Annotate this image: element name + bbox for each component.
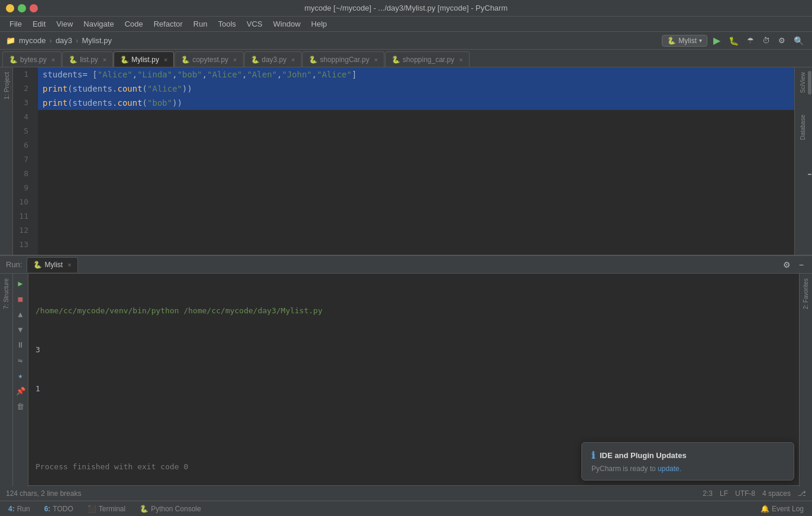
git-icon[interactable]: ⎇ (798, 489, 806, 498)
run-config-selector[interactable]: 🐍 Mylist ▾ (662, 35, 707, 47)
run-tab-close-icon[interactable]: × (67, 261, 71, 268)
tab-bytes-py[interactable]: 🐍 bytes.py × (2, 51, 62, 67)
code-line-11 (38, 209, 794, 223)
profile-button[interactable]: ⏱ (760, 35, 772, 46)
status-charset[interactable]: UTF-8 (735, 489, 755, 498)
status-right: 2:3 LF UTF-8 4 spaces ⎇ (703, 489, 806, 498)
tab-list-py[interactable]: 🐍 list.py × (62, 51, 113, 67)
python-icon: 🐍 (9, 56, 18, 64)
bottom-tab-todo[interactable]: 6: TODO (38, 504, 79, 514)
search-everywhere-button[interactable]: 🔍 (791, 35, 806, 47)
status-chars[interactable]: 124 chars, 2 line breaks (6, 489, 81, 498)
maximize-button[interactable] (18, 4, 26, 12)
menu-run[interactable]: Run (189, 18, 212, 30)
menu-refactor[interactable]: Refactor (149, 18, 187, 30)
line-num-11: 11 (13, 209, 33, 223)
line-num-5: 5 (13, 124, 33, 138)
code-line-6 (38, 138, 794, 152)
tab-close-icon[interactable]: × (51, 56, 55, 63)
tab-shopping-car-py[interactable]: 🐍 shopping_car.py × (385, 51, 470, 67)
run-with-coverage-button[interactable]: ☂ (745, 35, 756, 46)
run-minimize-button[interactable]: − (797, 259, 806, 271)
code-line-13 (38, 238, 794, 252)
toolbar-right: 🐍 Mylist ▾ ▶ 🐛 ☂ ⏱ ⚙ 🔍 (662, 34, 806, 47)
scrollbar-thumb[interactable] (808, 71, 811, 95)
breadcrumb: 📁 mycode › day3 › Mylist.py (6, 36, 112, 45)
menu-navigate[interactable]: Navigate (79, 18, 118, 30)
breadcrumb-folder[interactable]: day3 (56, 36, 72, 45)
bottom-tab-python-console[interactable]: 🐍 Python Console (134, 504, 207, 514)
database-label[interactable]: Database (800, 115, 806, 140)
run-button[interactable]: ▶ (711, 34, 723, 47)
sciview-label[interactable]: SciView (800, 72, 806, 93)
menu-bar: File Edit View Navigate Code Refactor Ru… (0, 17, 812, 32)
tab-mylist-py[interactable]: 🐍 Mylist.py × (114, 51, 174, 67)
update-link[interactable]: update. (658, 465, 681, 473)
code-editor[interactable]: students = ["Alice","Linda","bob","Alice… (38, 67, 794, 255)
notification: ℹ IDE and Plugin Updates PyCharm is read… (581, 442, 794, 481)
menu-vcs[interactable]: VCS (242, 18, 267, 30)
run-tab-mylist[interactable]: 🐍 Mylist × (27, 257, 77, 272)
code-line-7 (38, 152, 794, 167)
pause-button[interactable]: ⏸ (15, 339, 27, 351)
python-icon: 🐍 (251, 56, 260, 64)
status-line-ending[interactable]: LF (720, 489, 728, 498)
line-num-10: 10 (13, 195, 33, 209)
menu-window[interactable]: Window (268, 18, 305, 30)
settings-button[interactable]: ⚙ (776, 35, 788, 46)
bottom-tab-run[interactable]: 4: Run (2, 504, 36, 514)
tab-close-icon[interactable]: × (164, 56, 167, 63)
menu-code[interactable]: Code (120, 18, 148, 30)
pin-button[interactable]: 📌 (15, 385, 27, 397)
run-header-right: ⚙ − (781, 259, 806, 271)
breadcrumb-file[interactable]: Mylist.py (82, 36, 112, 45)
output-blank (35, 421, 792, 434)
line-num-13: 13 (13, 238, 33, 252)
tab-close-icon[interactable]: × (374, 56, 377, 63)
close-button[interactable] (30, 4, 38, 12)
event-log-label: Event Log (772, 505, 804, 513)
tab-shoppingcar-py[interactable]: 🐍 shoppingCar.py × (302, 51, 384, 67)
run-stop-button[interactable]: ■ (15, 293, 27, 304)
scroll-up-button[interactable]: ▲ (15, 308, 27, 320)
tab-close-icon[interactable]: × (233, 56, 237, 63)
tab-close-icon[interactable]: × (459, 56, 462, 63)
menu-file[interactable]: File (5, 18, 27, 30)
todo-tab-label: TODO (53, 505, 73, 513)
run-settings-button[interactable]: ⚙ (781, 259, 793, 271)
notification-body: PyCharm is ready to update. (591, 465, 784, 473)
menu-tools[interactable]: Tools (213, 18, 241, 30)
favorites-button[interactable]: ★ (15, 369, 27, 381)
code-line-10 (38, 195, 794, 209)
scroll-down-button[interactable]: ▼ (15, 323, 27, 335)
project-panel-label[interactable]: 1: Project (3, 72, 10, 99)
menu-help[interactable]: Help (306, 18, 332, 30)
python-yellow-icon: 🐍 (120, 56, 129, 64)
tab-copytest-py[interactable]: 🐍 copytest.py × (174, 51, 243, 67)
status-position[interactable]: 2:3 (703, 489, 713, 498)
menu-view[interactable]: View (51, 18, 77, 30)
status-indent[interactable]: 4 spaces (762, 489, 791, 498)
debug-button[interactable]: 🐛 (726, 35, 741, 47)
scrollbar-track[interactable] (807, 67, 812, 255)
tab-close-icon[interactable]: × (103, 56, 106, 63)
event-log-button[interactable]: 🔔 Event Log (755, 504, 810, 514)
minimize-button[interactable] (6, 4, 14, 12)
soft-wrap-button[interactable]: ⇋ (15, 354, 27, 366)
right-panel: SciView Database (794, 67, 812, 255)
code-line-1: students = ["Alice","Linda","bob","Alice… (38, 67, 794, 82)
menu-edit[interactable]: Edit (28, 18, 50, 30)
file-tabs: 🐍 bytes.py × 🐍 list.py × 🐍 Mylist.py × 🐍… (0, 50, 812, 67)
run-play-button[interactable]: ▶ (15, 277, 27, 289)
run-config-name: Mylist (678, 37, 697, 45)
bottom-tab-terminal[interactable]: ⬛ Terminal (82, 504, 131, 514)
tab-close-icon[interactable]: × (292, 56, 295, 63)
tab-day3-py[interactable]: 🐍 day3.py × (244, 51, 302, 67)
notification-title: ℹ IDE and Plugin Updates (591, 450, 784, 461)
structure-label[interactable]: 7: Structure (3, 278, 9, 309)
project-bar: 📁 mycode › day3 › Mylist.py 🐍 Mylist ▾ ▶… (0, 32, 812, 50)
favorites-label[interactable]: 2: Favorites (803, 278, 809, 309)
python-icon: 🐍 (69, 56, 77, 64)
clear-button[interactable]: 🗑 (15, 400, 27, 412)
breadcrumb-project[interactable]: mycode (19, 36, 46, 45)
